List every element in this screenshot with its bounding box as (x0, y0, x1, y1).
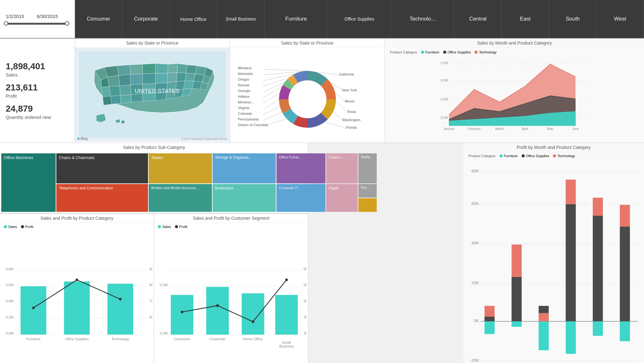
bing-logo: b Bing (77, 137, 88, 140)
legend-office: Office Supplies (443, 50, 471, 54)
treemap-office-furn[interactable]: Office Furnis... (276, 153, 325, 183)
profit-month-title: Profit by Month and Product Category (463, 143, 644, 152)
svg-text:70K: 70K (149, 299, 152, 303)
treemap-computer[interactable]: Computer P... (276, 184, 325, 212)
svg-text:40K: 40K (304, 331, 307, 335)
donut-content: Montana Nebraska Oregon Kansas Georgia I… (230, 48, 385, 143)
region-central[interactable]: Central (454, 0, 502, 38)
svg-text:Corporate: Corporate (210, 337, 226, 341)
svg-rect-111 (539, 321, 549, 350)
tm-paper-label: Paper (329, 186, 339, 190)
treemap-bookcases[interactable]: Bookcases (213, 184, 276, 212)
profit2-dot (175, 225, 178, 228)
sales2-dot (158, 225, 161, 228)
map-panel: Sales by State or Province (75, 39, 230, 143)
date-slider[interactable] (6, 23, 67, 25)
profit2-label: Profit (179, 225, 188, 229)
svg-text:Florida: Florida (346, 126, 357, 129)
svg-text:May: May (547, 127, 553, 131)
tm-telephones-label: Telephones and Communication (59, 186, 113, 190)
date-filter-panel[interactable]: 1/2/2015 6/30/2015 (0, 0, 75, 38)
bar-tech-sales[interactable] (108, 284, 133, 335)
svg-text:0K: 0K (474, 318, 479, 323)
svg-text:California: California (339, 72, 354, 76)
svg-text:55K: 55K (304, 283, 307, 287)
svg-text:60K: 60K (149, 315, 152, 319)
barline1-content: 0.8M 0.6M 0.4M 0.2M 0.0M 90K 80K 70K 60K (0, 231, 154, 363)
profit-value: 213,611 (6, 83, 69, 93)
region-west[interactable]: West (597, 0, 644, 38)
bar-consumer-sales[interactable] (171, 295, 193, 335)
row3: Sales by Product Sub-Category Office Mac… (0, 143, 644, 363)
svg-rect-108 (511, 244, 522, 277)
treemap-office-machines[interactable]: Office Machines (1, 153, 56, 212)
region-east[interactable]: East (502, 0, 549, 38)
svg-point-66 (76, 279, 78, 281)
svg-text:60K: 60K (471, 201, 479, 206)
segment-consumer[interactable]: Consumer (75, 0, 122, 38)
svg-rect-106 (485, 317, 495, 322)
svg-point-67 (119, 298, 121, 300)
svg-text:Business: Business (279, 344, 294, 348)
treemap-copiers[interactable]: Copiers ... (326, 153, 358, 183)
barline1-panel: Sales and Profit by Product Category Sal… (0, 214, 154, 363)
region-south[interactable]: South (549, 0, 597, 38)
treemap-title: Sales by Product Sub-Category (0, 143, 308, 152)
svg-text:UNITED STATES: UNITED STATES (135, 88, 180, 94)
svg-text:0.8M: 0.8M (6, 267, 14, 271)
bar-homeoffice-sales[interactable] (242, 293, 264, 335)
profit-line2 (182, 280, 287, 322)
treemap-binders[interactable]: Binders and Binder Accessor... (149, 184, 212, 212)
svg-point-19 (290, 82, 325, 117)
pm-furniture-label: Furniture (504, 154, 518, 158)
quantity-label: Quantity ordered new (6, 114, 69, 120)
svg-text:20K: 20K (471, 280, 479, 285)
tech-dot (474, 51, 478, 54)
tm-chairs-label: Chairs & Chairmats (59, 155, 95, 160)
cat-technology[interactable]: Technolo... (391, 0, 454, 38)
bar-furniture-sales[interactable] (21, 286, 46, 335)
treemap-tables[interactable]: Tables (149, 153, 212, 183)
tm-binders-label: Binders and Binder Accessor... (151, 186, 199, 190)
linearea-legend: Product Category Furniture Office Suppli… (387, 49, 641, 55)
treemap-chairs[interactable]: Chairs & Chairmats (56, 153, 148, 183)
svg-text:90K: 90K (149, 267, 152, 271)
bar-smallbiz-sales[interactable] (275, 295, 298, 335)
treemap-grid: Office Machines Chairs & Chairmats Table… (0, 152, 308, 213)
profit1-label: Profit (25, 225, 34, 229)
svg-rect-113 (539, 306, 549, 313)
treemap-pen[interactable]: Pen... (358, 184, 377, 198)
svg-text:Office Supplies: Office Supplies (65, 337, 89, 341)
kpi-panel: 1,898,401 Sales 213,611 Profit 24,879 Qu… (0, 39, 75, 143)
quantity-value: 24,879 (6, 104, 69, 114)
segment-small-business[interactable]: Small Business (217, 0, 265, 38)
svg-text:0.0M: 0.0M (6, 331, 14, 335)
treemap-extra[interactable] (358, 198, 377, 212)
legend-profit1: Profit (21, 225, 34, 229)
cat-office-supplies[interactable]: Office Supplies (328, 0, 391, 38)
bar-corporate-sales[interactable] (206, 287, 229, 335)
legend-pm-office: Office Supplies (522, 154, 549, 158)
svg-text:0.6M: 0.6M (6, 283, 14, 287)
pm-tech-dot (553, 154, 556, 157)
slider-thumb-left[interactable] (4, 21, 8, 26)
filter-row: 1/2/2015 6/30/2015 Consumer Corporate Ho… (0, 0, 644, 39)
tm-office-furn-label: Office Furnis... (279, 155, 301, 159)
treemap-paper[interactable]: Paper (326, 184, 358, 212)
bar-office-sales[interactable] (64, 281, 90, 335)
segment-home-office[interactable]: Home Office (170, 0, 217, 38)
barline2-svg: 0.5M 0.0M 60K 55K 50K 45K 40K (155, 232, 307, 363)
svg-rect-107 (485, 321, 495, 334)
svg-line-33 (335, 92, 345, 102)
sales2-label: Sales (162, 225, 171, 229)
svg-text:Small: Small (282, 341, 291, 344)
segment-corporate[interactable]: Corporate (122, 0, 170, 38)
linearea-content: 0.4M 0.3M 0.2M 0.1M (385, 57, 644, 143)
treemap-storage[interactable]: Storage & Organiza... (213, 153, 276, 183)
svg-point-83 (181, 311, 183, 313)
treemap-telephones[interactable]: Telephones and Communication (56, 184, 148, 212)
treemap-appliances[interactable]: Applia... (358, 153, 377, 183)
tech-label: Technology (479, 50, 497, 54)
cat-furniture[interactable]: Furniture (265, 0, 328, 38)
slider-thumb-right[interactable] (65, 21, 69, 26)
